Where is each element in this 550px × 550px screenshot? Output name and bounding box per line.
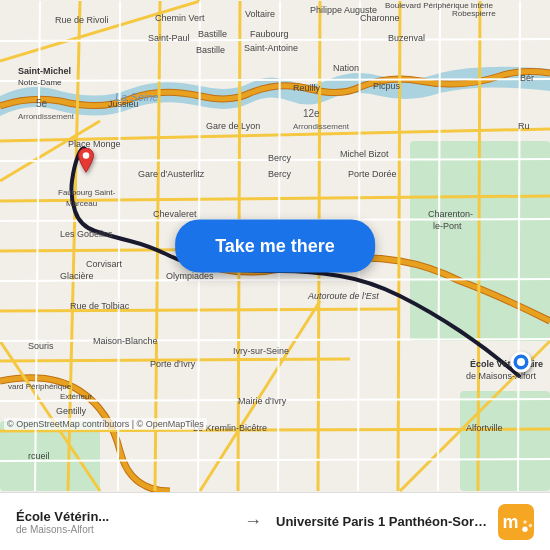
svg-text:Bér: Bér <box>520 73 534 83</box>
svg-text:Porte d'Ivry: Porte d'Ivry <box>150 359 196 369</box>
svg-text:Saint-Antoine: Saint-Antoine <box>244 43 298 53</box>
svg-point-99 <box>523 520 527 524</box>
moovit-logo: m <box>498 504 542 540</box>
svg-text:Maison-Blanche: Maison-Blanche <box>93 336 158 346</box>
svg-text:Bastille: Bastille <box>196 45 225 55</box>
svg-text:Autoroute de l'Est: Autoroute de l'Est <box>307 291 379 301</box>
svg-point-95 <box>517 358 525 366</box>
svg-text:Bercy: Bercy <box>268 153 292 163</box>
destination-name: Université Paris 1 Panthéon-Sorb... <box>276 514 490 529</box>
svg-text:le-Pont: le-Pont <box>433 221 462 231</box>
svg-text:Porte Dorée: Porte Dorée <box>348 169 397 179</box>
destination-marker <box>510 351 532 377</box>
svg-text:Buzenval: Buzenval <box>388 33 425 43</box>
origin-location: École Vétérin... de Maisons-Alfort <box>8 509 238 535</box>
svg-text:École Vétérinaire: École Vétérinaire <box>470 359 543 369</box>
svg-line-6 <box>0 309 400 311</box>
svg-text:Saint-Michel: Saint-Michel <box>18 66 71 76</box>
svg-line-13 <box>398 1 400 491</box>
svg-text:Souris: Souris <box>28 341 54 351</box>
svg-text:Corvisart: Corvisart <box>86 259 123 269</box>
svg-text:Bastille: Bastille <box>198 29 227 39</box>
svg-line-15 <box>0 1 200 61</box>
svg-text:Picpus: Picpus <box>373 81 401 91</box>
bottom-bar: École Vétérin... de Maisons-Alfort → Uni… <box>0 492 550 550</box>
svg-text:Alfortville: Alfortville <box>466 423 503 433</box>
svg-text:5e: 5e <box>36 98 48 109</box>
svg-text:m: m <box>503 512 519 532</box>
svg-text:Rue de Tolbiac: Rue de Tolbiac <box>70 301 130 311</box>
svg-text:12e: 12e <box>303 108 320 119</box>
origin-subtitle: de Maisons-Alfort <box>16 524 230 535</box>
svg-text:Gare de Lyon: Gare de Lyon <box>206 121 260 131</box>
take-me-there-button[interactable]: Take me there <box>175 220 375 273</box>
svg-text:Robespierre: Robespierre <box>452 9 496 18</box>
svg-text:Reuilly: Reuilly <box>293 83 321 93</box>
svg-text:Nation: Nation <box>333 63 359 73</box>
map-container[interactable]: La Seine Rue de Rivoli Chemin Vert Volta… <box>0 0 550 492</box>
svg-text:Marceau: Marceau <box>66 199 97 208</box>
svg-line-14 <box>478 1 480 491</box>
svg-text:Boulevard Périphérique Intérie: Boulevard Périphérique Intérie <box>385 1 494 10</box>
svg-text:Ivry-sur-Seine: Ivry-sur-Seine <box>233 346 289 356</box>
svg-text:rcueil: rcueil <box>28 451 50 461</box>
app: La Seine Rue de Rivoli Chemin Vert Volta… <box>0 0 550 550</box>
svg-text:Olympiades: Olympiades <box>166 271 214 281</box>
svg-text:Arrondissement: Arrondissement <box>293 122 350 131</box>
svg-text:Glacière: Glacière <box>60 271 94 281</box>
svg-text:Chevaleret: Chevaleret <box>153 209 197 219</box>
svg-text:Ru: Ru <box>518 121 530 131</box>
svg-point-98 <box>522 526 527 531</box>
svg-text:Les Gobelins: Les Gobelins <box>60 229 113 239</box>
svg-line-27 <box>0 39 550 41</box>
svg-text:Arrondissement: Arrondissement <box>18 112 75 121</box>
svg-text:Gentilly: Gentilly <box>56 406 87 416</box>
svg-text:vard Périphérique: vard Périphérique <box>8 382 72 391</box>
svg-text:Charonne: Charonne <box>360 13 400 23</box>
svg-text:Faubourg Saint-: Faubourg Saint- <box>58 188 116 197</box>
svg-text:Bercy: Bercy <box>268 169 292 179</box>
origin-marker <box>72 148 100 180</box>
svg-text:Notre-Dame: Notre-Dame <box>18 78 62 87</box>
svg-text:Michel Bizot: Michel Bizot <box>340 149 389 159</box>
map-attribution: © OpenStreetMap contributors | © OpenMap… <box>4 418 207 430</box>
svg-rect-2 <box>460 391 550 491</box>
svg-text:Jussieu: Jussieu <box>108 99 139 109</box>
svg-text:Gare d'Austerlitz: Gare d'Austerlitz <box>138 169 205 179</box>
svg-text:Saint-Paul: Saint-Paul <box>148 33 190 43</box>
svg-text:Mairie d'Ivry: Mairie d'Ivry <box>238 396 287 406</box>
svg-point-93 <box>83 152 90 159</box>
svg-point-100 <box>529 523 533 527</box>
svg-text:Extérieur: Extérieur <box>60 392 92 401</box>
origin-name: École Vétérin... <box>16 509 230 524</box>
svg-text:Voltaire: Voltaire <box>245 9 275 19</box>
svg-text:Chemin Vert: Chemin Vert <box>155 13 205 23</box>
svg-text:Charenton-: Charenton- <box>428 209 473 219</box>
direction-arrow: → <box>238 511 268 532</box>
svg-text:Rue de Rivoli: Rue de Rivoli <box>55 15 109 25</box>
svg-text:Faubourg: Faubourg <box>250 29 289 39</box>
destination-location: Université Paris 1 Panthéon-Sorb... <box>268 514 498 529</box>
